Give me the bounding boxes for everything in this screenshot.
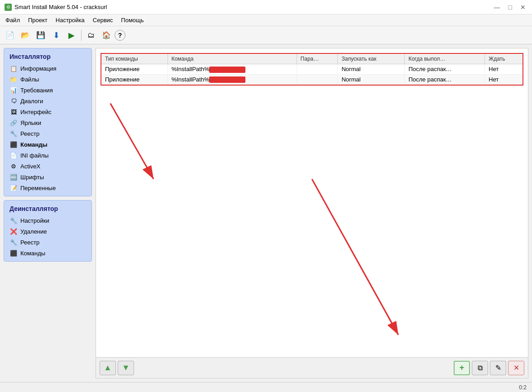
activex-icon: ⚙ bbox=[10, 162, 18, 170]
sidebar-item-interface[interactable]: 🖼 Интерфейс bbox=[6, 106, 90, 117]
edit-button[interactable]: ✎ bbox=[490, 361, 506, 375]
close-button[interactable]: ✕ bbox=[518, 4, 527, 11]
status-text: 0:2 bbox=[519, 384, 527, 391]
setup-icon: 🗂 bbox=[87, 31, 95, 39]
move-up-button[interactable]: ▲ bbox=[100, 361, 116, 375]
toolbar-run[interactable]: ▶ bbox=[64, 28, 79, 43]
sidebar-item-label: Ярлыки bbox=[20, 120, 41, 126]
col-when: Когда выпол… bbox=[405, 54, 485, 64]
sidebar-item-activex[interactable]: ⚙ ActiveX bbox=[6, 161, 90, 172]
row1-when: После распак… bbox=[405, 64, 485, 75]
minimize-button[interactable]: — bbox=[492, 4, 502, 11]
sidebar-item-registry[interactable]: 🔧 Реестр bbox=[6, 128, 90, 139]
titlebar-title: Smart Install Maker 5.04 - cracksurl bbox=[14, 4, 107, 10]
home-icon: 🏠 bbox=[102, 31, 111, 39]
window-controls[interactable]: — □ ✕ bbox=[492, 4, 527, 11]
sidebar-item-files[interactable]: 📁 Файлы bbox=[6, 74, 90, 85]
row2-wait: Нет bbox=[485, 74, 522, 85]
app-icon: ⚙ bbox=[5, 4, 12, 11]
run-icon: ▶ bbox=[68, 30, 75, 40]
annotation-arrows bbox=[96, 90, 528, 357]
table-row[interactable]: Приложение %InstallPath% Normal После ра… bbox=[101, 74, 522, 85]
sidebar-item-label: Шрифты bbox=[20, 174, 44, 181]
toolbar-open[interactable]: 📂 bbox=[18, 28, 33, 43]
titlebar: ⚙ Smart Install Maker 5.04 - cracksurl —… bbox=[0, 0, 532, 14]
toolbar-save[interactable]: 💾 bbox=[34, 28, 48, 43]
sidebar-item-inifiles[interactable]: 📄 INI файлы bbox=[6, 150, 90, 161]
edit-icon: ✎ bbox=[495, 363, 501, 372]
delete-icon: ✕ bbox=[513, 363, 519, 372]
sidebar-item-dialogs[interactable]: 🗨 Диалоги bbox=[6, 96, 90, 106]
new-icon: 📄 bbox=[5, 31, 14, 39]
status-bar: 0:2 bbox=[0, 382, 532, 392]
sidebar-item-label: ActiveX bbox=[20, 163, 40, 170]
fonts-icon: 🔤 bbox=[10, 173, 18, 181]
sidebar-item-info[interactable]: 📋 Информация bbox=[6, 63, 90, 74]
row2-when: После распак… bbox=[405, 74, 485, 85]
table-row[interactable]: Приложение %InstallPath% Normal После ра… bbox=[101, 64, 522, 75]
installer-section: Инсталлятор 📋 Информация 📁 Файлы 📊 Требо… bbox=[4, 48, 92, 196]
add-icon: + bbox=[460, 363, 465, 373]
menu-project[interactable]: Проект bbox=[24, 16, 51, 24]
maximize-button[interactable]: □ bbox=[507, 4, 514, 11]
menu-settings[interactable]: Настройка bbox=[52, 16, 88, 24]
row2-params bbox=[297, 74, 338, 85]
sidebar-item-label: Переменные bbox=[20, 185, 56, 191]
sidebar-item-registry2[interactable]: 🔧 Реестр bbox=[6, 237, 90, 248]
copy-button[interactable]: ⧉ bbox=[472, 361, 488, 375]
bottom-nav-buttons: ▲ ▼ bbox=[100, 361, 134, 375]
col-params: Пара… bbox=[297, 54, 338, 64]
row1-runas: Normal bbox=[338, 64, 405, 75]
svg-line-3 bbox=[312, 179, 398, 335]
toolbar-setup[interactable]: 🗂 bbox=[84, 28, 98, 43]
row2-type: Приложение bbox=[101, 74, 168, 85]
menubar: Файл Проект Настройка Сервис Помощь bbox=[0, 14, 532, 26]
sidebar-item-label: Требования bbox=[20, 87, 53, 94]
registry2-icon: 🔧 bbox=[10, 238, 18, 246]
content-area: Тип команды Команда Пара… Запускать как … bbox=[96, 48, 528, 378]
compile-icon: ⬇ bbox=[53, 30, 60, 40]
sidebar-item-commands[interactable]: ⬛ Команды bbox=[6, 139, 90, 150]
row1-type: Приложение bbox=[101, 64, 168, 75]
sidebar-item-removal[interactable]: ❌ Удаление bbox=[6, 226, 90, 237]
col-wait: Ждать bbox=[485, 54, 522, 64]
row1-wait: Нет bbox=[485, 64, 522, 75]
info-icon: 📋 bbox=[10, 64, 18, 72]
open-icon: 📂 bbox=[21, 31, 30, 39]
toolbar-home[interactable]: 🏠 bbox=[99, 28, 114, 43]
save-icon: 💾 bbox=[36, 31, 45, 39]
down-arrow-icon: ▼ bbox=[122, 363, 130, 373]
toolbar-new[interactable]: 📄 bbox=[3, 28, 17, 43]
add-button[interactable]: + bbox=[454, 361, 470, 375]
sidebar-item-unsettings[interactable]: 🔧 Настройки bbox=[6, 215, 90, 226]
titlebar-left: ⚙ Smart Install Maker 5.04 - cracksurl bbox=[5, 4, 107, 11]
unsettings-icon: 🔧 bbox=[10, 216, 18, 225]
sidebar-item-shortcuts[interactable]: 🔗 Ярлыки bbox=[6, 117, 90, 128]
sidebar-item-label: INI файлы bbox=[20, 152, 48, 159]
sidebar-item-variables[interactable]: 📝 Переменные bbox=[6, 182, 90, 193]
sidebar-item-label: Команды bbox=[20, 141, 48, 148]
move-down-button[interactable]: ▼ bbox=[118, 361, 134, 375]
inifiles-icon: 📄 bbox=[10, 151, 18, 159]
sidebar-item-label: Файлы bbox=[20, 76, 39, 83]
sidebar-item-requirements[interactable]: 📊 Требования bbox=[6, 85, 90, 96]
toolbar-help[interactable]: ? bbox=[115, 30, 125, 41]
uninstaller-section: Деинсталлятор 🔧 Настройки ❌ Удаление 🔧 Р… bbox=[4, 200, 92, 262]
sidebar-item-commands2[interactable]: ⬛ Команды bbox=[6, 248, 90, 258]
commands-icon: ⬛ bbox=[10, 140, 18, 148]
menu-service[interactable]: Сервис bbox=[89, 16, 117, 24]
bottom-action-buttons: + ⧉ ✎ ✕ bbox=[454, 361, 524, 375]
files-icon: 📁 bbox=[10, 75, 18, 83]
help-icon: ? bbox=[118, 32, 122, 39]
menu-file[interactable]: Файл bbox=[2, 16, 24, 24]
menu-help[interactable]: Помощь bbox=[117, 16, 147, 24]
sidebar: Инсталлятор 📋 Информация 📁 Файлы 📊 Требо… bbox=[4, 48, 92, 378]
up-arrow-icon: ▲ bbox=[104, 363, 112, 373]
sidebar-item-fonts[interactable]: 🔤 Шрифты bbox=[6, 172, 90, 182]
delete-button[interactable]: ✕ bbox=[508, 361, 524, 375]
toolbar-compile[interactable]: ⬇ bbox=[49, 28, 63, 43]
dialogs-icon: 🗨 bbox=[10, 97, 18, 105]
row2-runas: Normal bbox=[338, 74, 405, 85]
registry-icon: 🔧 bbox=[10, 129, 18, 138]
main-layout: Инсталлятор 📋 Информация 📁 Файлы 📊 Требо… bbox=[0, 44, 532, 382]
